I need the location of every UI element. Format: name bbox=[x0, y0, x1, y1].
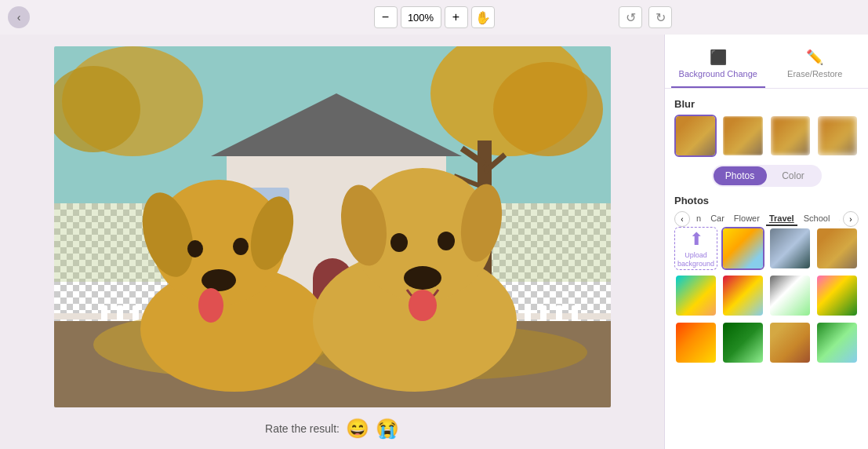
photos-section-title: Photos bbox=[674, 195, 859, 206]
svg-point-36 bbox=[233, 238, 249, 255]
svg-point-42 bbox=[409, 290, 437, 321]
back-button[interactable]: ‹ bbox=[8, 6, 30, 28]
category-school[interactable]: School bbox=[801, 212, 833, 226]
photo-color-toggle: Photos Color bbox=[712, 165, 822, 187]
svg-point-33 bbox=[202, 269, 236, 291]
blur-thumb-3[interactable] bbox=[816, 115, 859, 157]
toolbar-left: ‹ bbox=[8, 6, 30, 28]
photos-toggle-button[interactable]: Photos bbox=[714, 166, 767, 185]
photo-thumb-5[interactable] bbox=[721, 274, 764, 317]
panel-body: Blur Photos bbox=[665, 89, 868, 374]
canvas-wrapper bbox=[8, 42, 656, 411]
photo-thumb-9[interactable] bbox=[721, 321, 764, 364]
zoom-in-button[interactable]: + bbox=[445, 6, 468, 28]
svg-point-34 bbox=[198, 288, 223, 323]
cry-emoji[interactable]: 😭 bbox=[376, 418, 399, 440]
photo-thumb-4[interactable] bbox=[674, 274, 717, 317]
blur-thumb-2[interactable] bbox=[769, 115, 812, 157]
photo-thumb-8[interactable] bbox=[674, 321, 717, 364]
right-panel: ⬛ Background Change ✏️ Erase/Restore Blu… bbox=[664, 35, 868, 449]
zoom-controls: − 100% + ✋ bbox=[374, 6, 495, 28]
svg-point-44 bbox=[438, 232, 455, 250]
scene-svg bbox=[54, 46, 611, 407]
category-row: ‹ n Car Flower Travel School Scenery › bbox=[674, 211, 859, 227]
photo-thumb-6[interactable] bbox=[768, 274, 812, 317]
toolbar: ‹ − 100% + ✋ ↺ ↻ bbox=[0, 0, 868, 35]
undo-button[interactable]: ↺ bbox=[619, 6, 642, 28]
canvas-area: Rate the result: 😄 😭 bbox=[0, 35, 664, 449]
category-scenery[interactable]: Scenery bbox=[836, 212, 840, 226]
upload-background-button[interactable]: ⬆ Upload background bbox=[674, 227, 717, 270]
category-flower[interactable]: Flower bbox=[731, 212, 763, 226]
blur-thumb-1[interactable] bbox=[721, 115, 764, 157]
category-car[interactable]: Car bbox=[707, 212, 728, 226]
category-next-button[interactable]: › bbox=[843, 211, 859, 227]
photo-thumb-11[interactable] bbox=[815, 321, 859, 364]
toolbar-right: ↺ ↻ bbox=[619, 6, 672, 28]
tab-background-change-label: Background Change bbox=[679, 69, 757, 78]
svg-point-35 bbox=[187, 240, 203, 257]
rating-label: Rate the result: bbox=[265, 422, 340, 435]
tab-erase-restore[interactable]: ✏️ Erase/Restore bbox=[768, 44, 863, 88]
photo-thumb-2[interactable] bbox=[768, 227, 812, 270]
rating-area: Rate the result: 😄 😭 bbox=[265, 418, 399, 440]
category-labels: n Car Flower Travel School Scenery bbox=[693, 212, 840, 226]
photo-thumb-1[interactable] bbox=[721, 227, 764, 270]
canvas bbox=[54, 46, 611, 407]
blur-thumb-0[interactable] bbox=[674, 115, 717, 157]
photos-section: Photos ‹ n Car Flower Travel School Scen… bbox=[674, 195, 859, 364]
upload-text: Upload background bbox=[675, 251, 717, 268]
panel-tabs: ⬛ Background Change ✏️ Erase/Restore bbox=[665, 35, 868, 89]
happy-emoji[interactable]: 😄 bbox=[346, 418, 369, 440]
blur-section: Blur bbox=[674, 98, 859, 157]
svg-point-43 bbox=[390, 233, 408, 252]
photo-thumb-10[interactable] bbox=[768, 321, 812, 364]
category-n[interactable]: n bbox=[693, 212, 704, 226]
color-toggle-button[interactable]: Color bbox=[767, 166, 820, 185]
photo-thumb-7[interactable] bbox=[815, 274, 859, 317]
tab-background-change[interactable]: ⬛ Background Change bbox=[671, 44, 765, 88]
main-content: Rate the result: 😄 😭 ⬛ Background Change… bbox=[0, 35, 868, 449]
tab-erase-restore-label: Erase/Restore bbox=[787, 69, 842, 78]
category-prev-button[interactable]: ‹ bbox=[674, 211, 690, 227]
photo-thumb-3[interactable] bbox=[815, 227, 859, 270]
category-travel[interactable]: Travel bbox=[766, 212, 797, 226]
svg-point-41 bbox=[404, 266, 441, 290]
upload-icon: ⬆ bbox=[689, 229, 703, 250]
blur-section-title: Blur bbox=[674, 98, 859, 110]
svg-point-3 bbox=[493, 62, 603, 156]
redo-button[interactable]: ↻ bbox=[648, 6, 672, 28]
erase-restore-icon: ✏️ bbox=[806, 49, 823, 66]
hand-tool-button[interactable]: ✋ bbox=[471, 6, 495, 28]
zoom-value: 100% bbox=[401, 6, 441, 28]
photo-grid: ⬆ Upload background bbox=[674, 227, 859, 364]
blur-options bbox=[674, 115, 859, 157]
zoom-out-button[interactable]: − bbox=[374, 6, 398, 28]
background-change-icon: ⬛ bbox=[710, 49, 727, 66]
